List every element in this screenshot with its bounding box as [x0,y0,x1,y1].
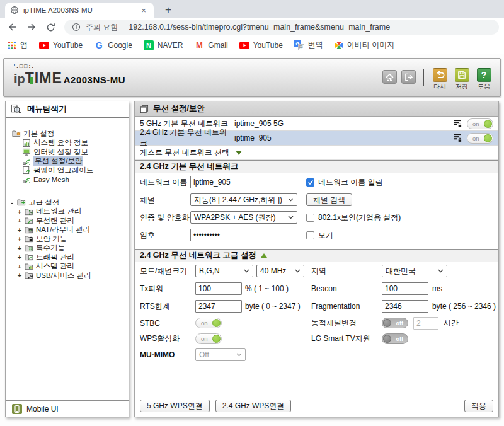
sidebar-item-network-management[interactable]: + 네트워크 관리 [9,207,125,217]
sidebar-item-nat-router[interactable]: + NAT/라우터 관리 [9,226,125,235]
broadcast-label: 네트워크 이름 알림 [318,177,383,188]
rts-input[interactable] [195,300,242,313]
reload-button[interactable] [43,20,58,35]
browser-tab[interactable]: ipTIME A2003NS-MU × [5,3,154,18]
toggle-5ghz[interactable]: on [467,118,493,129]
logo-dots: '.□□:. [14,63,125,69]
guest-network-selector[interactable]: 게스트 무선 네트워크 선택 [135,146,498,160]
bookmark-youtube-1[interactable]: YouTube [39,41,83,50]
sidebar-item-basic-settings[interactable]: 기본 설정 [9,129,125,139]
stbc-toggle[interactable]: on [195,318,222,328]
bookmark-translate[interactable]: G 문 번역 [294,40,323,50]
bookmark-naver[interactable]: N NAVER [144,40,183,50]
logout-button[interactable] [401,70,416,84]
bookmark-avatar[interactable]: 아바타 이미지 [335,40,394,50]
sidebar-item-security[interactable]: + 보안 기능 [9,234,125,244]
mode-row: 모드/채널크기 B,G,N 40 MHz 지역 대한민국 [135,262,498,280]
sidebar-item-special-functions[interactable]: + 특수기능 [9,244,125,253]
windows-icon [140,105,149,113]
save-button[interactable] [455,68,469,82]
mumimo-select[interactable]: Off [195,348,246,361]
region-label: 지역 [311,266,382,277]
refresh-button[interactable] [433,68,447,82]
address-divider [123,23,123,32]
globe-favicon-icon [10,6,19,14]
apply-button[interactable]: 적용 [464,400,493,412]
show-password-checkbox[interactable] [306,231,314,239]
fragmentation-input[interactable] [382,300,428,313]
txpower-input[interactable] [195,282,242,295]
forward-button[interactable] [24,20,39,35]
channel-scan-button[interactable]: 채널 검색 [306,193,352,206]
channel-width-select[interactable]: 40 MHz [256,265,304,277]
sidebar-item-wireless-settings[interactable]: 무선 설정/보안 [9,157,125,166]
address-bar[interactable]: 주의 요함 192.168.0.1/sess-bin/timepro.cgi?t… [64,20,499,35]
sidebar-item-easy-mesh[interactable]: Easy Mesh [9,175,125,185]
broadcast-checkbox[interactable] [306,178,314,187]
enterprise-label: 802.1x보안(기업용 설정) [318,212,401,223]
help-button[interactable]: ? [477,68,491,82]
bookmark-apps[interactable]: 앱 [8,40,28,50]
wps-24ghz-button[interactable]: 2.4 GHz WPS연결 [215,400,292,412]
home-button[interactable] [382,70,397,84]
sidebar-item-firmware-upgrade[interactable]: 펌웨어 업그레이드 [9,166,125,175]
rts-unit: byte ( 0 ~ 2347 ) [245,302,301,311]
fragmentation-unit: byte ( 256 ~ 2346 ) [432,302,496,311]
wps-row: WPS활성화 on LG Smart TV지원 off [135,331,498,347]
router-folder-icon [25,226,33,234]
bookmark-google[interactable]: G Google [94,40,132,50]
sidebar-item-system-management[interactable]: + 시스템 관리 [9,262,125,272]
iptime-logo: '.□□:. ipTIMEA2003NS-MU [14,63,125,87]
dynamic-channel-label: 동적채널변경 [311,318,382,328]
google-g-icon: G [94,40,104,50]
security-warning-chip[interactable]: 주의 요함 [86,22,118,33]
bookmarks-bar: 앱 YouTube G Google N NAVER M Gmail YouTu… [0,37,504,54]
signal-lock-icon [453,119,462,128]
enterprise-checkbox[interactable] [306,214,314,222]
traffic-chart-icon [25,253,33,262]
sidebar-item-internet-info[interactable]: 인터넷 설정 정보 [9,147,125,157]
mode-select[interactable]: B,G,N [195,265,253,277]
logo-time: TIME [25,70,62,87]
password-input[interactable] [190,229,297,241]
collapse-glyph[interactable]: - [9,199,14,206]
help-icon: ? [481,70,487,80]
toggle-24ghz[interactable]: on [467,133,493,144]
bookmark-youtube-2[interactable]: YouTube [239,41,283,50]
bookmark-label: YouTube [53,41,83,50]
tab-close-icon[interactable]: × [139,6,149,15]
mobile-ui-link[interactable]: Mobile UI [6,400,129,417]
sidebar-item-advanced-settings[interactable]: - 고급 설정 [9,198,125,207]
mode-label: 모드/채널크기 [135,266,195,277]
advanced-section-title: 2.4 GHz 무선 네트워크 고급 설정 [140,250,256,261]
region-select[interactable]: 대한민국 [382,265,447,277]
txpower-label: Tx파워 [135,284,195,294]
network-name-input[interactable] [190,176,297,188]
dynamic-channel-unit: 시간 [444,318,459,328]
sidebar-item-wlan-management[interactable]: + 무선랜 관리 [9,216,125,226]
beacon-input[interactable] [382,282,428,295]
network-row-24ghz[interactable]: 2.4 GHz 기본 무선 네트워크 iptime_905 on [135,131,498,146]
bookmark-gmail[interactable]: M Gmail [194,40,227,50]
txpower-row: Tx파워 % ( 1 ~ 100 ) Beacon ms [135,280,498,297]
wps-5ghz-button[interactable]: 5 GHz WPS연결 [140,400,210,412]
auth-select[interactable]: WPA2PSK + AES (권장) [190,211,297,224]
page-title: 무선 설정/보안 [153,103,205,114]
mobile-ui-label: Mobile UI [26,405,59,413]
dynamic-channel-toggle[interactable]: off [382,318,408,328]
new-tab-button[interactable]: + [160,3,176,18]
sidebar-item-usb-services[interactable]: + USB/서비스 관리 [9,271,125,280]
reload-icon [45,22,56,33]
menu-explorer-header: 메뉴탐색기 [6,101,129,118]
channel-select[interactable]: 자동(8 [ 2.447 GHz,하위 ]) [190,193,297,206]
wps-toggle[interactable]: on [195,333,222,344]
sidebar-item-system-summary[interactable]: 시스템 요약 정보 [9,139,125,148]
home-icon [384,72,395,83]
wireless-settings-panel: 무선 설정/보안 5 GHz 기본 무선 네트워크 iptime_905 5G … [134,101,499,417]
advanced-section-header[interactable]: 2.4 GHz 무선 네트워크 고급 설정 [135,249,498,262]
selected-menu-item: 무선 설정/보안 [33,156,83,166]
lg-tv-toggle[interactable]: off [382,333,408,344]
sidebar-item-traffic-management[interactable]: + 트래픽 관리 [9,253,125,262]
bookmark-label: NAVER [158,41,183,50]
back-button[interactable] [5,20,20,35]
